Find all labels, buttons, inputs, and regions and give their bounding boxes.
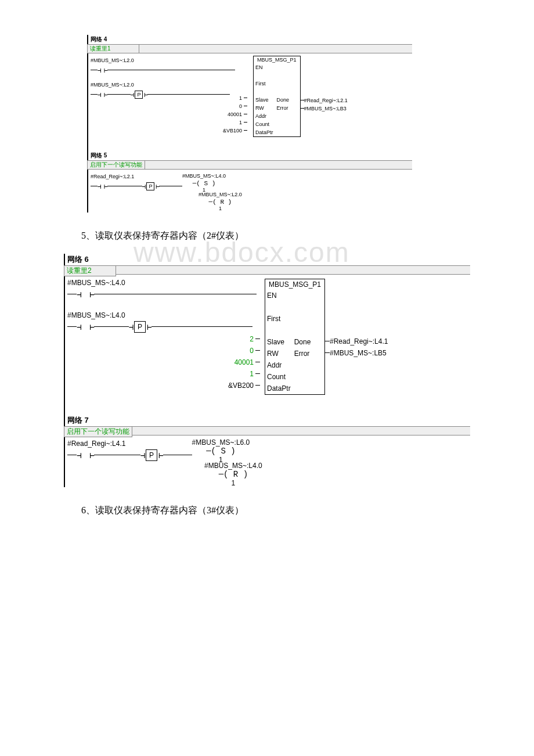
count-val: 1 xyxy=(248,370,255,378)
network-7-rung: #Read_Regi~:L4.1 ⊣ ⊢ ⊣P⊢ #MBUS_MS~:L6.0 … xyxy=(64,437,470,487)
addr-val: 40001 xyxy=(233,358,255,366)
contact-tag: #MBUS_MS~:L4.0 xyxy=(67,311,125,319)
addr-val: 40001 xyxy=(226,111,244,117)
reset-coil-count: 1 xyxy=(199,206,242,211)
en-pin: EN xyxy=(254,64,265,70)
addr-pin: Addr xyxy=(254,113,268,119)
network-7-title: 启用下一个读写功能 xyxy=(64,426,132,437)
contact-tag: #MBUS_MS~:L4.0 xyxy=(67,279,125,287)
reset-coil: ─( R ) xyxy=(219,470,248,479)
contact-tag: #Read_Regi~:L4.1 xyxy=(67,440,125,448)
caption-6: 6、读取仪表保持寄存器内容（3#仪表） xyxy=(81,505,476,517)
dataptr-val: &VB100 xyxy=(221,128,244,134)
p-edge: P xyxy=(135,91,143,99)
set-coil: ─( S ) xyxy=(206,447,235,456)
reset-coil-tag: #MBUS_MS~:L4.0 xyxy=(204,462,262,470)
network-5-rung: #Read_Regi~:L2.1 ⊣ ⊢ ⊣P⊢ #MBUS_MS~:L4.0 … xyxy=(87,170,412,213)
dataptr-val: &VB200 xyxy=(226,381,255,390)
slave-val: 2 xyxy=(248,335,255,343)
network-5-label: 网络 5 xyxy=(87,151,412,160)
done-pin: Done xyxy=(293,338,313,346)
network-5-title: 启用下一个读写功能 xyxy=(87,160,145,170)
error-pin: Error xyxy=(293,350,312,358)
network-4-title-bar xyxy=(139,44,412,53)
done-out: #Read_Regi~:L4.1 xyxy=(330,337,388,345)
network-4-title: 读重里1 xyxy=(87,44,139,53)
reset-coil: ─( R ) xyxy=(209,199,232,206)
network-6-title: 读重里2 xyxy=(64,265,116,276)
count-pin: Count xyxy=(254,121,271,127)
ladder-figure-2: www.bdocx.com 网络 6 读重里2 #MBUS_MS~:L4.0 ⊣… xyxy=(64,254,470,487)
no-contact: ⊣ ⊢ xyxy=(77,451,94,460)
mbus-msg-block: MBUS_MSG_P1 EN First Slave RW Addr Count… xyxy=(253,56,301,137)
contact-tag: #Read_Regi~:L2.1 xyxy=(91,174,134,179)
first-pin: First xyxy=(254,81,268,87)
no-contact: ⊣ ⊢ xyxy=(98,91,107,99)
rw-pin: RW xyxy=(265,350,280,358)
addr-pin: Addr xyxy=(265,361,283,369)
mbus-msg-block: MBUS_MSG_P1 EN First Slave RW Addr Count… xyxy=(265,279,325,395)
set-coil-tag: #MBUS_MS~:L6.0 xyxy=(192,438,250,447)
set-coil: ─( S ) xyxy=(193,180,216,187)
block-title: MBUS_MSG_P1 xyxy=(254,56,300,63)
reset-coil-tag: #MBUS_MS~:L2.0 xyxy=(199,192,242,197)
network-7-title-bar xyxy=(132,426,470,435)
dataptr-pin: DataPtr xyxy=(265,384,293,393)
block-title: MBUS_MSG_P1 xyxy=(265,279,324,290)
en-pin: EN xyxy=(265,291,279,300)
count-pin: Count xyxy=(265,373,287,381)
reset-coil-count: 1 xyxy=(204,479,262,487)
error-out: #MBUS_MS~:LB5 xyxy=(330,349,387,357)
caption-5: 5、读取仪表保持寄存器内容（2#仪表） xyxy=(81,230,476,242)
set-coil-tag: #MBUS_MS~:L4.0 xyxy=(182,173,226,179)
network-6-title-bar xyxy=(116,265,470,275)
done-out: #Read_Regi~:L2.1 xyxy=(304,98,348,103)
contact-tag: #MBUS_MS~:L2.0 xyxy=(91,57,134,63)
error-pin: Error xyxy=(275,105,290,111)
no-contact: ⊣ ⊢ xyxy=(77,290,94,300)
rw-val: 0 xyxy=(248,347,255,355)
slave-pin: Slave xyxy=(254,97,270,103)
done-pin: Done xyxy=(275,97,291,103)
slave-val: 1 xyxy=(237,95,244,101)
network-4-label: 网络 4 xyxy=(87,35,412,44)
error-out: #MBUS_MS~:LB3 xyxy=(304,106,347,111)
no-contact: ⊣ ⊢ xyxy=(98,183,107,190)
contact-tag: #MBUS_MS~:L2.0 xyxy=(91,82,134,88)
p-edge: P xyxy=(146,182,154,190)
p-edge: P xyxy=(134,321,146,333)
p-edge: P xyxy=(146,449,157,461)
count-val: 1 xyxy=(237,120,244,125)
rw-pin: RW xyxy=(254,105,266,111)
slave-pin: Slave xyxy=(265,338,286,346)
no-contact: ⊣ ⊢ xyxy=(98,67,107,74)
network-6-label: 网络 6 xyxy=(64,254,470,265)
rw-val: 0 xyxy=(237,103,244,109)
no-contact: ⊣ ⊢ xyxy=(77,322,94,332)
network-4-rung: #MBUS_MS~:L2.0 ⊣ ⊢ #MBUS_MS~:L2.0 ⊣ ⊢ xyxy=(87,53,412,139)
network-6-rung: #MBUS_MS~:L4.0 ⊣ ⊢ #MBUS_MS~:L4.0 ⊣ ⊢ xyxy=(64,276,470,397)
network-7-label: 网络 7 xyxy=(64,415,470,426)
network-5-title-bar xyxy=(145,160,412,170)
first-pin: First xyxy=(265,315,282,323)
dataptr-pin: DataPtr xyxy=(254,129,275,135)
ladder-figure-1: 网络 4 读重里1 #MBUS_MS~:L2.0 ⊣ ⊢ xyxy=(87,35,412,213)
